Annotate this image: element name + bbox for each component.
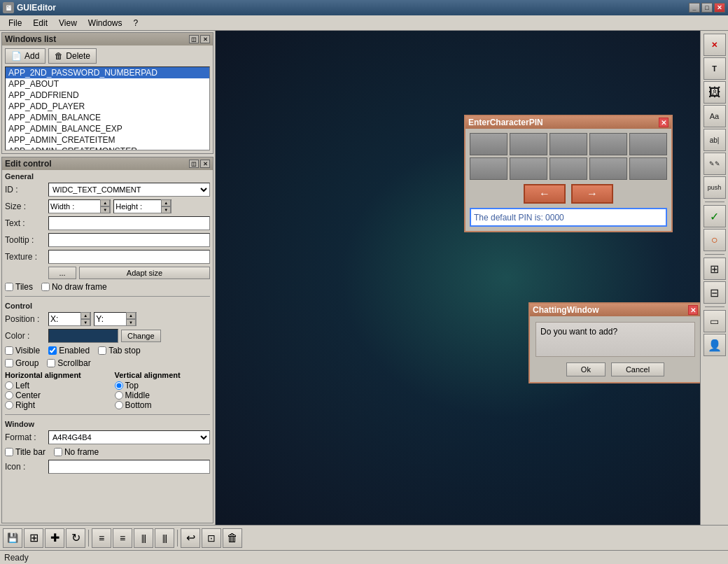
pin-window-titlebar[interactable]: EnterCharacterPIN ✕ (465, 116, 671, 129)
canvas-area[interactable]: EnterCharacterPIN ✕ ← (216, 31, 700, 525)
scrollbar-checkbox[interactable] (47, 359, 55, 367)
maximize-btn[interactable]: □ (701, 3, 713, 13)
radio-tool-btn[interactable]: ○ (704, 229, 726, 251)
scrollbar-checkbox-item[interactable]: Scrollbar (47, 358, 90, 368)
list-tool-btn[interactable]: ⊟ (704, 281, 726, 304)
window-tool-btn[interactable]: ▭ (704, 310, 726, 332)
pin-btn-1[interactable] (470, 133, 507, 155)
menu-windows[interactable]: Windows (83, 17, 128, 29)
tab-stop-checkbox-item[interactable]: Tab stop (98, 346, 140, 355)
list-item[interactable]: APP_ADMIN_BALANCE (6, 112, 209, 123)
pin-window[interactable]: EnterCharacterPIN ✕ ← (464, 115, 673, 232)
bottom-radio[interactable] (115, 401, 123, 409)
bars2-bottom-btn[interactable]: ||| (155, 528, 174, 548)
edit-control-close-btn[interactable]: ✕ (200, 160, 210, 168)
font-tool-btn[interactable]: Aa (704, 105, 726, 127)
enabled-checkbox[interactable] (48, 346, 57, 355)
x-spinner[interactable]: X: 24 ▲ ▼ (48, 312, 91, 326)
bars1-bottom-btn[interactable]: ||| (134, 528, 153, 548)
text-tool-btn[interactable]: T (704, 57, 726, 80)
list-item[interactable]: APP_ABOUT (6, 78, 209, 90)
grid-tool-btn[interactable]: ⊞ (704, 258, 726, 280)
edit-control-restore-btn[interactable]: ◫ (189, 160, 199, 168)
no-draw-frame-checkbox-item[interactable]: No draw frame (41, 282, 107, 292)
close-btn[interactable]: ✕ (714, 3, 725, 13)
height-spinner[interactable]: Height : 47 ▲ ▼ (113, 199, 172, 213)
list-item[interactable]: APP_ADDFRIEND (6, 90, 209, 101)
checkbox-tool-btn[interactable]: ✓ (704, 205, 726, 227)
y-input[interactable]: 116 (105, 313, 126, 325)
center-radio[interactable] (5, 391, 13, 400)
y-up-btn[interactable]: ▲ (126, 312, 136, 319)
pin-btn-4[interactable] (589, 133, 627, 155)
y-spinner[interactable]: Y: 116 ▲ ▼ (94, 312, 136, 326)
pin-forward-btn[interactable]: → (571, 184, 613, 204)
top-radio[interactable] (115, 381, 123, 390)
add-bottom-btn[interactable]: ✚ (45, 528, 64, 548)
width-up-btn[interactable]: ▲ (100, 199, 110, 206)
list-item[interactable]: APP_ADMIN_CREATEMONSTER (6, 146, 209, 150)
width-down-btn[interactable]: ▼ (100, 206, 110, 213)
enabled-checkbox-item[interactable]: Enabled (48, 346, 90, 355)
copy-bottom-btn[interactable]: ⊡ (202, 528, 221, 548)
menu-file[interactable]: File (3, 17, 27, 29)
list-item[interactable]: APP_ADMIN_CREATEITEM (6, 134, 209, 146)
pin-btn-3[interactable] (550, 133, 587, 155)
ok-button[interactable]: Ok (566, 362, 606, 376)
center-radio-item[interactable]: Center (5, 390, 101, 400)
height-input[interactable]: 47 (144, 200, 161, 213)
windows-list-restore-btn[interactable]: ◫ (189, 35, 199, 43)
menu-view[interactable]: View (53, 17, 83, 29)
pin-btn-7[interactable] (510, 157, 547, 180)
pin-btn-10[interactable] (629, 157, 667, 180)
x-down-btn[interactable]: ▼ (80, 319, 90, 326)
no-draw-frame-checkbox[interactable] (41, 283, 50, 291)
minimize-btn[interactable]: _ (689, 3, 700, 13)
y-down-btn[interactable]: ▼ (126, 319, 136, 326)
icon-input[interactable] (48, 460, 210, 474)
left-radio[interactable] (5, 381, 13, 390)
push-tool-btn[interactable]: push (704, 176, 726, 199)
align-center-bottom-btn[interactable]: ≡ (113, 528, 132, 548)
windows-list[interactable]: APP_2ND_PASSWORD_NUMBERPAD APP_ABOUT APP… (5, 66, 210, 150)
no-frame-checkbox-item[interactable]: No frame (54, 447, 99, 457)
visible-checkbox[interactable] (5, 346, 13, 355)
bottom-radio-item[interactable]: Bottom (115, 400, 211, 410)
tab-stop-checkbox[interactable] (98, 346, 106, 355)
pin-backspace-btn[interactable]: ← (524, 184, 566, 204)
tooltip-input[interactable] (48, 233, 210, 247)
format-select[interactable]: A4R4G4B4 (48, 430, 210, 444)
add-window-button[interactable]: 📄 Add (5, 48, 46, 64)
group-checkbox-item[interactable]: Group (5, 358, 38, 368)
text-input[interactable]: The default PIN is: 0000 (48, 216, 210, 230)
textfield-tool-btn[interactable]: ab| (704, 129, 726, 151)
menu-help[interactable]: ? (128, 17, 144, 29)
adapt-small-button[interactable]: ... (48, 267, 76, 279)
right-radio-item[interactable]: Right (5, 400, 101, 410)
cursor-tool-btn[interactable]: ✕ (704, 34, 726, 56)
image-tool-btn[interactable]: 🖼 (704, 81, 726, 104)
left-radio-item[interactable]: Left (5, 381, 101, 390)
cancel-button[interactable]: Cancel (611, 362, 664, 376)
top-radio-item[interactable]: Top (115, 381, 211, 390)
title-bar-checkbox[interactable] (5, 448, 13, 456)
texture-input[interactable] (48, 250, 210, 264)
title-bar-checkbox-item[interactable]: Title bar (5, 447, 46, 457)
x-up-btn[interactable]: ▲ (80, 312, 90, 319)
chat-window-titlebar[interactable]: ChattingWindow ✕ (530, 304, 700, 316)
pin-btn-8[interactable] (550, 157, 587, 180)
height-up-btn[interactable]: ▲ (161, 199, 171, 206)
delete-bottom-btn[interactable]: 🗑 (223, 528, 242, 548)
script-tool-btn[interactable]: ✎✎ (704, 153, 726, 175)
undo-bottom-btn[interactable]: ↩ (181, 528, 200, 548)
width-spinner[interactable]: Width : 249 ▲ ▼ (48, 199, 111, 213)
tiles-checkbox[interactable] (5, 283, 13, 291)
tiles-checkbox-item[interactable]: Tiles (5, 282, 33, 292)
pin-btn-2[interactable] (510, 133, 547, 155)
grid-bottom-btn[interactable]: ⊞ (24, 528, 43, 548)
user-tool-btn[interactable]: 👤 (704, 334, 726, 356)
menu-edit[interactable]: Edit (27, 17, 53, 29)
pin-btn-9[interactable] (589, 157, 627, 180)
align-left-bottom-btn[interactable]: ≡ (92, 528, 111, 548)
middle-radio-item[interactable]: Middle (115, 390, 211, 400)
